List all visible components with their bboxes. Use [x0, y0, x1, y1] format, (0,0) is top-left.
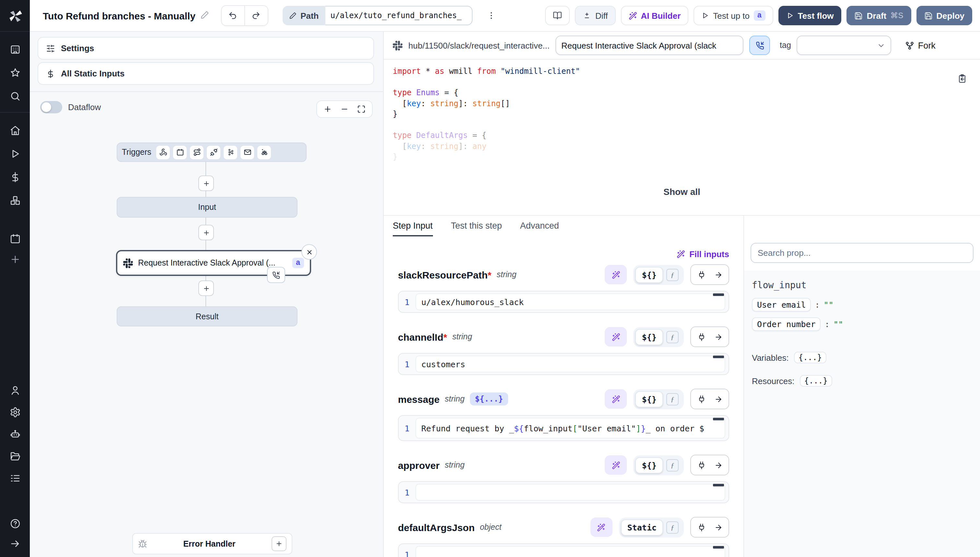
undo-button[interactable] [221, 6, 244, 25]
arrow-right-icon[interactable] [710, 523, 726, 531]
flow-input-label[interactable]: flow_input [752, 280, 972, 290]
resources-expander[interactable]: {...} [800, 375, 832, 387]
insert-step-button[interactable] [198, 225, 214, 240]
test-up-to-button[interactable]: Test up to a [694, 6, 773, 25]
function-icon[interactable]: ƒ [666, 459, 679, 471]
home-icon[interactable] [10, 125, 20, 136]
redo-button[interactable] [244, 6, 267, 25]
favorites-star-icon[interactable] [10, 67, 20, 78]
editor-scrollbar[interactable] [713, 418, 724, 420]
zoom-out-button[interactable] [340, 105, 349, 113]
field-value-editor[interactable]: 1 [398, 543, 729, 557]
flow-settings-button[interactable]: Settings [38, 37, 374, 60]
suspend-mode-button[interactable] [749, 36, 770, 55]
plug-icon[interactable] [694, 270, 709, 279]
path-input[interactable] [325, 6, 472, 25]
tab-advanced[interactable]: Advanced [520, 216, 559, 236]
arrow-right-icon[interactable] [710, 461, 726, 469]
websocket-icon[interactable] [207, 145, 221, 159]
kafka-icon[interactable] [224, 145, 238, 159]
ai-fill-field-button[interactable] [590, 518, 612, 537]
ai-fill-field-button[interactable] [605, 327, 627, 347]
input-mode-active[interactable]: ${} [635, 391, 663, 407]
tab-test-this-step[interactable]: Test this step [451, 216, 502, 236]
function-icon[interactable]: ƒ [666, 269, 679, 281]
step-summary-input[interactable] [555, 36, 743, 55]
remove-step-icon[interactable] [301, 244, 317, 260]
error-handler-node[interactable]: Error Handler [132, 533, 292, 554]
variables-expander[interactable]: {...} [794, 352, 826, 363]
logs-list-icon[interactable] [10, 473, 20, 484]
field-value-editor[interactable]: 1 [398, 481, 729, 503]
input-mode-toggle[interactable]: ${} ƒ [634, 265, 684, 285]
collapse-arrow-icon[interactable] [10, 538, 20, 549]
editor-scrollbar[interactable] [713, 484, 724, 486]
webhook-icon[interactable] [157, 145, 170, 159]
settings-gear-icon[interactable] [10, 407, 20, 418]
field-value-editor[interactable]: 1 Refund request by _${flow_input["User … [398, 415, 729, 441]
input-mode-active[interactable]: ${} [635, 329, 663, 345]
insert-step-button[interactable] [198, 280, 214, 296]
tab-step-input[interactable]: Step Input [393, 216, 433, 236]
ai-fill-field-button[interactable] [605, 389, 627, 409]
plug-icon[interactable] [694, 523, 709, 531]
workspace-icon[interactable] [10, 44, 20, 55]
scheduled-poll-icon[interactable] [258, 145, 271, 159]
resources-icon[interactable] [10, 195, 20, 206]
add-icon[interactable] [10, 254, 20, 265]
schedules-icon[interactable] [10, 233, 20, 244]
fork-button[interactable]: Fork [905, 41, 936, 50]
clipboard-paste-icon[interactable] [957, 74, 967, 86]
schedule-trigger-icon[interactable] [173, 145, 187, 159]
input-mode-active[interactable]: Static [621, 519, 663, 535]
draft-button[interactable]: Draft ⌘S [847, 6, 911, 25]
result-node[interactable]: Result [117, 306, 297, 326]
editor-scrollbar[interactable] [713, 293, 724, 296]
form-scroll-area[interactable]: Fill inputs slackResourcePath* string ${… [384, 236, 743, 557]
workers-robot-icon[interactable] [10, 429, 20, 440]
hub-script-path[interactable]: hub/11500/slack/request_interactive... [408, 41, 550, 50]
email-trigger-icon[interactable] [241, 145, 255, 159]
function-icon[interactable]: ƒ [666, 393, 679, 405]
suspend-approval-icon[interactable] [267, 267, 285, 283]
input-mode-toggle[interactable]: ${} ƒ [634, 327, 684, 347]
edit-title-icon[interactable] [200, 10, 209, 21]
insert-step-button[interactable] [198, 176, 214, 191]
input-mode-toggle[interactable]: ${} ƒ [634, 389, 684, 409]
prop-user-email[interactable]: User email [752, 298, 811, 311]
diff-button[interactable]: Diff [575, 6, 616, 25]
windmill-logo[interactable] [0, 0, 30, 32]
user-icon[interactable] [10, 385, 20, 396]
arrow-right-icon[interactable] [710, 395, 726, 403]
search-prop-input[interactable] [751, 243, 973, 263]
dataflow-toggle[interactable] [40, 101, 62, 113]
plug-icon[interactable] [694, 461, 709, 469]
fill-inputs-button[interactable]: Fill inputs [398, 244, 729, 264]
field-value-editor[interactable]: 1 customers [398, 353, 729, 375]
test-flow-button[interactable]: Test flow [778, 6, 842, 25]
plug-icon[interactable] [694, 395, 709, 403]
folders-icon[interactable] [10, 451, 20, 462]
step-code-preview[interactable]: import * as wmill from "windmill-client"… [384, 60, 980, 216]
function-icon[interactable]: ƒ [666, 521, 679, 533]
zoom-in-button[interactable] [323, 105, 332, 113]
ai-builder-button[interactable]: AI Builder [621, 6, 688, 25]
field-value-editor[interactable]: 1 u/alex/humorous_slack [398, 291, 729, 313]
http-route-icon[interactable] [190, 145, 204, 159]
arrow-right-icon[interactable] [710, 332, 726, 341]
arrow-right-icon[interactable] [710, 270, 726, 279]
selected-step-node[interactable]: Request Interactive Slack Approval (... … [116, 250, 311, 276]
variables-icon[interactable] [10, 172, 20, 182]
runs-icon[interactable] [10, 148, 20, 159]
prop-order-number[interactable]: Order number [752, 318, 821, 331]
more-menu-icon[interactable] [483, 6, 500, 25]
input-mode-toggle[interactable]: Static ƒ [619, 517, 684, 537]
add-error-handler-icon[interactable] [271, 536, 286, 551]
fullscreen-button[interactable] [357, 105, 366, 113]
input-mode-active[interactable]: ${} [635, 267, 663, 283]
tag-select[interactable] [797, 36, 892, 55]
show-all-button[interactable]: Show all [663, 186, 700, 197]
triggers-node[interactable]: Triggers [117, 142, 307, 162]
function-icon[interactable]: ƒ [666, 331, 679, 343]
ai-fill-field-button[interactable] [605, 265, 627, 284]
